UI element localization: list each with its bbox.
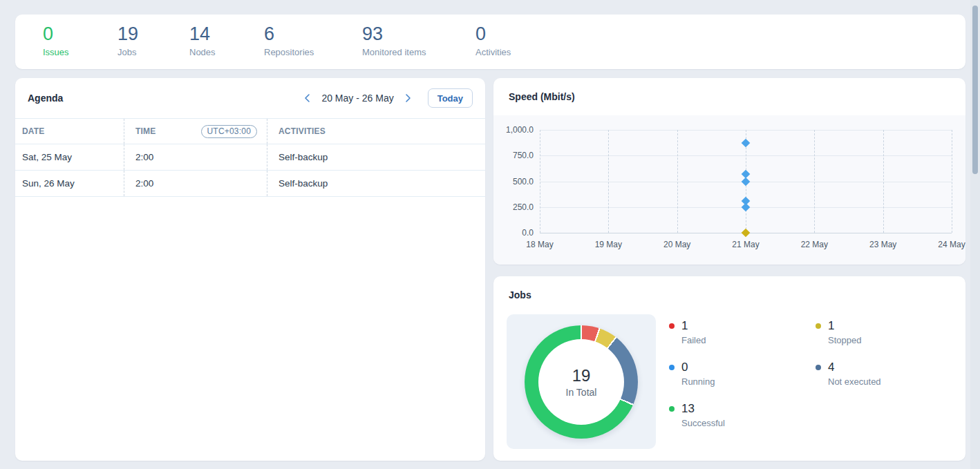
x-gridline [608, 130, 609, 233]
legend-count: 0 [681, 361, 715, 374]
failed-status-dot-icon [669, 323, 675, 329]
table-cell: Self-backup [267, 144, 485, 170]
legend-label: Not executed [828, 376, 881, 387]
legend-text: 1Failed [681, 319, 706, 345]
legend-text: 1Stopped [828, 319, 861, 345]
agenda-date-nav: 20 May - 26 May Today [300, 88, 473, 108]
x-gridline [814, 130, 815, 233]
stat-value: 19 [117, 23, 189, 44]
legend-label: Stopped [828, 335, 861, 345]
speed-header: Speed (Mbit/s) [493, 78, 965, 115]
today-button[interactable]: Today [428, 88, 473, 108]
x-axis-tick-label: 22 May [801, 240, 828, 249]
legend-item-not-executed[interactable]: 4Not executed [816, 361, 962, 402]
next-week-button[interactable] [400, 90, 415, 106]
stat-value: 0 [475, 23, 511, 44]
summary-stats-bar: 0Issues19Jobs14Nodes6Repositories93Monit… [15, 15, 965, 69]
jobs-legend: 1Failed0Running13Successful1Stopped4Not … [669, 319, 962, 443]
x-gridline [952, 130, 952, 233]
table-cell: Sat, 25 May [15, 144, 124, 170]
agenda-table-row[interactable]: Sun, 26 May2:00Self-backup [15, 171, 485, 197]
agenda-table-body: Sat, 25 May2:00Self-backupSun, 26 May2:0… [15, 144, 485, 197]
prev-week-button[interactable] [300, 90, 315, 106]
agenda-table: DATE TIME UTC+03:00 ACTIVITIES Sat, 25 M… [15, 118, 485, 197]
x-axis-tick-label: 19 May [595, 240, 622, 249]
stat-value: 14 [189, 23, 264, 44]
chevron-right-icon [404, 93, 412, 103]
legend-item-successful[interactable]: 13Successful [669, 402, 816, 443]
timezone-badge: UTC+03:00 [201, 125, 258, 138]
legend-label: Running [681, 376, 715, 387]
scatter-point [742, 138, 751, 147]
scatter-point [742, 229, 751, 238]
stat-label: Repositories [264, 47, 362, 57]
agenda-title: Agenda [28, 93, 63, 104]
table-cell: Sun, 26 May [15, 171, 124, 196]
stat-item-nodes[interactable]: 14Nodes [189, 23, 264, 69]
stat-label: Monitored items [362, 47, 475, 57]
table-cell: 2:00 [124, 171, 267, 196]
x-axis-tick-label: 20 May [663, 240, 690, 249]
scrollbar-track[interactable] [970, 0, 980, 469]
legend-text: 4Not executed [828, 361, 881, 387]
legend-item-failed[interactable]: 1Failed [669, 319, 816, 361]
speed-plot [540, 130, 952, 233]
x-axis-tick-label: 24 May [938, 240, 965, 249]
agenda-panel: Agenda 20 May - 26 May Today DATE TIME U… [15, 78, 485, 461]
legend-count: 13 [681, 402, 725, 416]
legend-count: 1 [828, 319, 861, 333]
x-axis-tick-label: 18 May [526, 240, 553, 249]
stopped-status-dot-icon [816, 323, 821, 329]
stat-item-jobs[interactable]: 19Jobs [117, 23, 189, 69]
scrollbar-thumb[interactable] [972, 6, 978, 174]
successful-status-dot-icon [669, 406, 675, 412]
scatter-point [742, 178, 751, 186]
stat-item-monitored-items[interactable]: 93Monitored items [362, 23, 475, 69]
x-axis-tick-label: 21 May [732, 240, 759, 249]
jobs-header: Jobs [493, 276, 965, 314]
jobs-donut-card: 19 In Total [507, 314, 656, 449]
stat-item-issues[interactable]: 0Issues [43, 23, 117, 69]
scatter-point [742, 203, 751, 212]
table-cell: 2:00 [124, 144, 267, 170]
stat-item-activities[interactable]: 0Activities [475, 23, 511, 69]
y-axis-tick-label: 500.0 [493, 177, 534, 186]
column-header-date: DATE [15, 119, 124, 144]
legend-text: 13Successful [681, 402, 725, 428]
agenda-header: Agenda 20 May - 26 May Today [15, 78, 485, 118]
speed-title: Speed (Mbit/s) [509, 91, 575, 102]
x-gridline [677, 130, 678, 233]
running-status-dot-icon [669, 365, 675, 370]
x-axis-tick-label: 23 May [869, 240, 896, 249]
y-axis-tick-label: 750.0 [493, 151, 534, 160]
column-header-activities: ACTIVITIES [267, 119, 485, 144]
table-cell: Self-backup [267, 171, 485, 196]
jobs-donut-center: 19 In Total [538, 339, 624, 425]
stat-label: Nodes [189, 47, 264, 57]
stat-item-repositories[interactable]: 6Repositories [264, 23, 362, 69]
stat-label: Issues [43, 47, 117, 57]
y-axis-tick-label: 0.0 [493, 228, 534, 238]
agenda-table-row[interactable]: Sat, 25 May2:00Self-backup [15, 144, 485, 171]
legend-label: Failed [681, 335, 706, 345]
legend-item-running[interactable]: 0Running [669, 361, 816, 402]
jobs-total-value: 19 [572, 366, 591, 385]
jobs-total-label: In Total [566, 387, 597, 398]
chevron-left-icon [303, 93, 312, 103]
y-axis-tick-label: 1,000.0 [493, 125, 534, 135]
jobs-donut: 19 In Total [525, 325, 638, 439]
x-gridline [540, 130, 540, 233]
speed-chart: 1,000.0750.0500.0250.00.018 May19 May20 … [493, 115, 965, 265]
date-range-label: 20 May - 26 May [321, 93, 393, 104]
agenda-table-header: DATE TIME UTC+03:00 ACTIVITIES [15, 118, 485, 144]
stat-label: Activities [475, 47, 511, 57]
column-header-time-label: TIME [135, 126, 156, 136]
jobs-panel: Jobs 19 In Total 1Failed0Running13Succes… [493, 276, 965, 461]
legend-label: Successful [681, 418, 725, 428]
legend-count: 4 [828, 361, 881, 374]
stat-value: 0 [43, 23, 117, 44]
jobs-title: Jobs [509, 289, 531, 300]
legend-item-stopped[interactable]: 1Stopped [816, 319, 962, 361]
stat-value: 93 [362, 23, 475, 44]
stat-label: Jobs [117, 47, 189, 57]
